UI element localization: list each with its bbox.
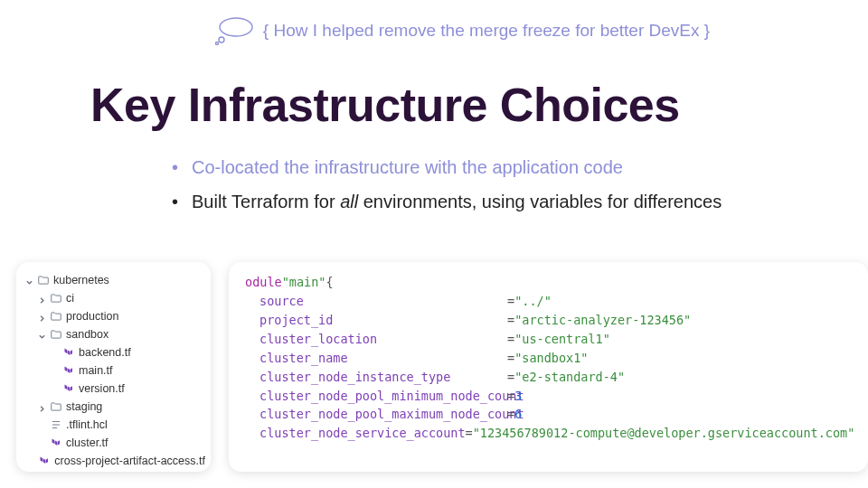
tree-label: version.tf	[79, 382, 125, 395]
tree-label: production	[66, 310, 118, 323]
bullet-item: Built Terraform for all environments, us…	[172, 186, 832, 217]
terraform-icon	[62, 346, 75, 359]
bullet-item: Co-located the infrastructure with the a…	[172, 152, 832, 183]
folder-icon	[50, 328, 62, 341]
svg-marker-18	[41, 457, 43, 463]
code-line: source= "../"	[245, 292, 852, 311]
tree-label: main.tf	[79, 364, 113, 377]
folder-icon	[50, 310, 62, 323]
terraform-icon	[62, 382, 75, 395]
svg-point-1	[219, 37, 224, 42]
svg-marker-10	[68, 386, 71, 391]
tree-row[interactable]: cluster.tf	[22, 434, 205, 452]
chevron-right-icon[interactable]	[38, 295, 46, 303]
file-lines-icon	[50, 418, 62, 431]
chevron-right-icon[interactable]	[38, 313, 46, 321]
tree-row[interactable]: staging	[22, 398, 205, 416]
svg-marker-16	[55, 440, 58, 446]
svg-marker-6	[65, 367, 68, 372]
svg-marker-19	[43, 458, 46, 464]
tree-label: kubernetes	[53, 274, 109, 286]
code-line: cluster_location= "us-central1"	[245, 330, 852, 349]
tree-row[interactable]: backend.tf	[22, 343, 205, 361]
svg-marker-7	[68, 368, 71, 373]
svg-marker-17	[58, 440, 61, 446]
svg-point-0	[220, 18, 252, 36]
svg-marker-15	[52, 439, 55, 445]
folder-icon	[37, 274, 50, 286]
chevron-right-icon[interactable]	[38, 403, 46, 411]
code-panel: odule "main" {source= "../"project_id= "…	[229, 262, 868, 472]
slide: { How I helped remove the merge freeze f…	[0, 0, 868, 488]
tree-row[interactable]: kubernetes	[22, 271, 205, 289]
code-line: cluster_node_pool_minimum_node_count= 3	[245, 387, 852, 406]
tree-row[interactable]: main.tf	[22, 361, 205, 380]
tree-row[interactable]: production	[22, 307, 205, 325]
tree-label: staging	[66, 400, 102, 413]
tree-row[interactable]: sandbox	[22, 325, 205, 343]
chevron-down-icon[interactable]	[25, 277, 33, 285]
page-title: Key Infrastructure Choices	[90, 78, 832, 132]
code-line: odule "main" {	[245, 273, 852, 292]
terraform-icon	[38, 455, 51, 467]
tree-row[interactable]: version.tf	[22, 380, 205, 398]
terraform-icon	[62, 364, 75, 377]
svg-marker-5	[71, 350, 73, 355]
tree-label: cluster.tf	[66, 436, 108, 449]
tree-label: ci	[66, 292, 74, 305]
tree-label: backend.tf	[79, 346, 131, 359]
subtitle-row: { How I helped remove the merge freeze f…	[90, 16, 832, 45]
file-tree-panel: kubernetesciproductionsandboxbackend.tfm…	[16, 262, 211, 472]
svg-marker-9	[65, 385, 68, 390]
svg-marker-8	[71, 368, 73, 373]
tree-label: cross-project-artifact-access.tf	[54, 455, 205, 467]
svg-marker-3	[65, 349, 68, 354]
svg-marker-11	[71, 386, 73, 391]
code-line: cluster_node_service_account= "123456789…	[245, 424, 852, 443]
chevron-down-icon[interactable]	[38, 331, 46, 339]
svg-marker-20	[46, 458, 49, 464]
terraform-icon	[50, 436, 62, 449]
tree-row[interactable]: .tflint.hcl	[22, 416, 205, 434]
code-line: cluster_name= "sandbox1"	[245, 349, 852, 368]
panels-row: kubernetesciproductionsandboxbackend.tfm…	[16, 262, 868, 472]
thought-bubble-icon	[212, 16, 256, 45]
bullet-list: Co-located the infrastructure with the a…	[172, 152, 832, 217]
subtitle-text: { How I helped remove the merge freeze f…	[263, 21, 710, 41]
svg-point-2	[215, 42, 218, 45]
folder-icon	[50, 400, 62, 413]
tree-row[interactable]: ci	[22, 289, 205, 307]
tree-label: .tflint.hcl	[66, 418, 108, 431]
folder-icon	[50, 292, 62, 305]
code-line: cluster_node_pool_maximum_node_count= 6	[245, 405, 852, 424]
tree-row[interactable]: cross-project-artifact-access.tf	[22, 452, 205, 470]
code-line: cluster_node_instance_type= "e2-standard…	[245, 368, 852, 387]
code-line: project_id= "arctic-analyzer-123456"	[245, 311, 852, 330]
svg-marker-4	[68, 350, 71, 355]
tree-label: sandbox	[66, 328, 108, 341]
